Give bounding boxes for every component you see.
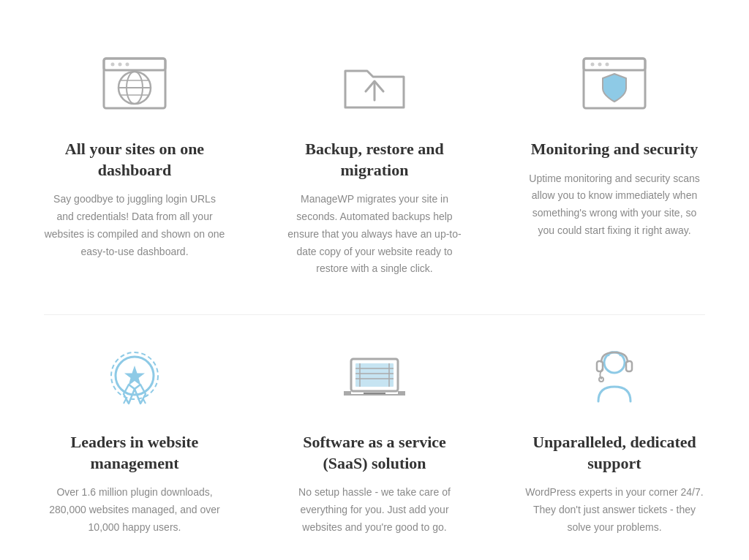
feature-support-desc: WordPress experts in your corner 24/7. T… (524, 484, 705, 536)
svg-point-13 (591, 63, 595, 67)
award-badge-icon (94, 344, 175, 417)
folder-upload-icon (334, 51, 415, 124)
feature-saas-desc: No setup hassle - we take care of everyt… (284, 484, 465, 536)
feature-dashboard-desc: Say goodbye to juggling login URLs and c… (44, 191, 225, 260)
features-grid: All your sites on one dashboard Say good… (0, 0, 749, 560)
browser-globe-icon (94, 51, 175, 124)
row-divider (44, 314, 705, 315)
feature-support-title: Unparalleled, dedicated support (524, 432, 705, 474)
feature-leaders-desc: Over 1.6 million plugin downloads, 280,0… (44, 484, 225, 536)
feature-saas: Software as a service (SaaS) solution No… (255, 322, 494, 560)
svg-rect-29 (626, 361, 632, 371)
feature-monitoring: Monitoring and security Uptime monitorin… (494, 29, 734, 307)
svg-rect-20 (355, 363, 394, 387)
feature-backup-desc: ManageWP migrates your site in seconds. … (284, 191, 465, 278)
svg-marker-18 (124, 366, 145, 386)
headset-person-icon (574, 344, 655, 417)
feature-backup: Backup, restore and migration ManageWP m… (255, 29, 494, 307)
feature-monitoring-title: Monitoring and security (531, 139, 699, 160)
feature-leaders: Leaders in website management Over 1.6 m… (15, 322, 255, 560)
svg-point-4 (126, 63, 129, 67)
feature-saas-title: Software as a service (SaaS) solution (284, 432, 465, 474)
svg-point-3 (118, 63, 122, 67)
feature-dashboard-title: All your sites on one dashboard (44, 139, 225, 181)
svg-point-14 (598, 63, 602, 67)
feature-support: Unparalleled, dedicated support WordPres… (494, 322, 734, 560)
feature-leaders-title: Leaders in website management (44, 432, 225, 474)
svg-point-27 (604, 352, 625, 373)
svg-point-15 (606, 63, 609, 67)
feature-backup-title: Backup, restore and migration (284, 139, 465, 181)
feature-dashboard: All your sites on one dashboard Say good… (15, 29, 255, 307)
laptop-icon (334, 344, 415, 417)
feature-monitoring-desc: Uptime monitoring and security scans all… (524, 170, 705, 240)
browser-shield-icon (574, 51, 655, 124)
svg-point-2 (111, 63, 115, 67)
